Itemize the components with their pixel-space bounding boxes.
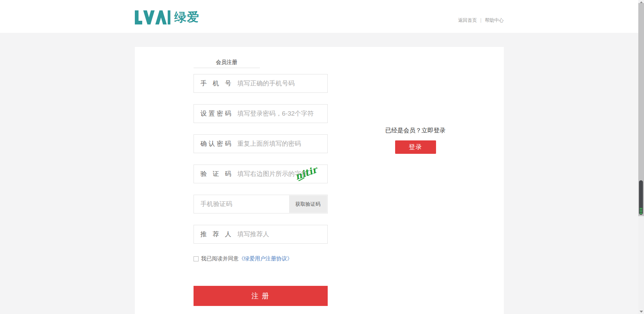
agreement-row: 我已阅读并同意 《绿爱用户注册协议》 xyxy=(194,255,328,262)
phone-field-row: 手机号 xyxy=(194,74,328,93)
scrollbar-extension-marker[interactable] xyxy=(639,180,643,215)
marker-stripe xyxy=(640,208,642,209)
agreement-checkbox[interactable] xyxy=(194,256,199,261)
captcha-field-row: 验证码 nitir xyxy=(194,165,328,183)
brand-logo[interactable]: 绿爱 xyxy=(135,9,200,25)
login-button[interactable]: 登录 xyxy=(395,140,436,154)
home-link[interactable]: 返回首页 xyxy=(458,17,477,23)
get-sms-code-button[interactable]: 获取验证码 xyxy=(289,195,327,213)
tab-member-register: 会员注册 xyxy=(194,58,260,68)
register-button[interactable]: 注 册 xyxy=(194,286,328,306)
header: 绿爱 返回首页|帮助中心 xyxy=(0,0,638,33)
confirm-password-label: 确认密码 xyxy=(201,139,231,148)
vertical-scrollbar[interactable] xyxy=(638,0,644,314)
captcha-image[interactable]: nitir xyxy=(293,168,317,181)
link-separator: | xyxy=(480,17,482,23)
scroll-down-arrow-icon[interactable] xyxy=(640,311,643,313)
phone-input[interactable] xyxy=(231,77,327,90)
referrer-label: 推荐人 xyxy=(201,230,231,239)
marker-stripe xyxy=(640,211,642,212)
main-area: 会员注册 手机号 设置密码 确认密码 验证码 xyxy=(0,47,638,314)
lvai-logo-glyphs xyxy=(135,10,170,25)
confirm-password-input[interactable] xyxy=(231,137,327,150)
password-field-row: 设置密码 xyxy=(194,104,328,123)
user-agreement-link[interactable]: 《绿爱用户注册协议》 xyxy=(239,255,292,262)
header-links: 返回首页|帮助中心 xyxy=(458,17,504,23)
agreement-text: 我已阅读并同意 xyxy=(201,255,239,262)
referrer-input[interactable] xyxy=(231,228,327,241)
brand-logo-cn: 绿爱 xyxy=(174,9,200,25)
referrer-field-row: 推荐人 xyxy=(194,225,328,244)
sms-code-field-row: 获取验证码 xyxy=(194,195,328,213)
help-center-link[interactable]: 帮助中心 xyxy=(485,17,504,23)
marker-stripe xyxy=(640,213,642,214)
register-card: 会员注册 手机号 设置密码 确认密码 验证码 xyxy=(135,47,504,314)
captcha-label: 验证码 xyxy=(201,170,231,178)
captcha-text: nitir xyxy=(293,168,317,181)
already-member-text: 已经是会员？立即登录 xyxy=(365,126,466,134)
register-form: 会员注册 手机号 设置密码 确认密码 验证码 xyxy=(194,47,328,306)
password-label: 设置密码 xyxy=(201,109,231,118)
login-section: 已经是会员？立即登录 登录 xyxy=(365,126,466,154)
confirm-password-field-row: 确认密码 xyxy=(194,134,328,153)
marker-stripe xyxy=(640,210,642,210)
phone-label: 手机号 xyxy=(201,79,231,88)
password-input[interactable] xyxy=(231,107,327,120)
